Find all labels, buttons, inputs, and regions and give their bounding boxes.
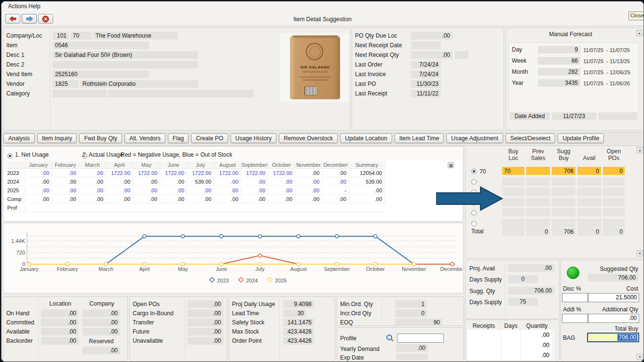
desc1-label: Desc 1 [6, 51, 24, 59]
usage-cell: .00 [25, 196, 52, 202]
action-button-remove-overstock[interactable]: Remove Overstock [279, 134, 338, 143]
company-field: 101 [53, 32, 69, 40]
menu-bar: Actions Help [1, 1, 644, 13]
total-avail: 0 [577, 228, 601, 236]
usage-cell: .00 [295, 179, 322, 185]
toolbar: Item Detail Suggestion [1, 12, 644, 26]
buy-row-radio[interactable] [471, 221, 477, 226]
disc-percent-input[interactable] [562, 293, 588, 302]
buy-table-row [502, 177, 625, 186]
action-button-update-profile[interactable]: Update Profile [558, 134, 604, 143]
buy-row-radio[interactable] [471, 169, 477, 174]
buy-table-cell [526, 198, 550, 206]
action-button-select-deselect[interactable]: Select/Deselect [506, 134, 555, 143]
forecast-week-field: 66 [538, 57, 580, 65]
svg-text:March: March [98, 266, 113, 272]
action-button-create-po[interactable]: Create PO [191, 134, 228, 143]
proj-daily-usage-label: Proj Daily Usage [232, 300, 275, 308]
usage-table-header: JanuaryFebruaryMarchAprilMayJuneJulyAugu… [5, 161, 385, 169]
buy-scroll-up-button[interactable]: ▲ [637, 147, 643, 153]
action-button-usage-history[interactable]: Usage History [231, 134, 276, 143]
buy-scroll-down-button[interactable]: ▼ [637, 250, 643, 256]
svg-text:May: May [178, 266, 188, 272]
usage-cell: .00 [349, 188, 385, 193]
last-po-label: Last PO [355, 80, 376, 88]
menu-help[interactable]: Help [28, 3, 41, 10]
action-button-analysis[interactable]: Analysis [3, 134, 35, 143]
usage-column-october: October [268, 162, 295, 168]
action-button-usage-adjustment[interactable]: Usage Adjustment [446, 134, 503, 143]
days-supply-label: Days Supply [469, 276, 502, 283]
buy-row-radio[interactable] [471, 179, 477, 185]
on-hand-label: On Hand [6, 309, 29, 317]
search-icon[interactable] [386, 334, 394, 342]
addl-percent-input[interactable] [562, 314, 588, 323]
usage-row-comp: Comp.00.00.00.00.00.00.00.00.00.00.00.00… [5, 195, 385, 203]
action-button-alt-vendors[interactable]: Alt. Vendors [124, 134, 165, 143]
action-button-bar: AnalysisItem InquiryFwd Buy QtyAlt. Vend… [3, 134, 604, 143]
planning-divider [279, 298, 280, 360]
svg-text:April: April [139, 266, 150, 272]
usage-cell: .00 [295, 170, 322, 176]
svg-text:June: June [216, 266, 227, 272]
forecast-year-field: 3435 [538, 79, 580, 87]
max-stock-label: Max Stock [232, 328, 259, 335]
unit-label: BAG [563, 334, 575, 342]
usage-cell: .00 [268, 196, 295, 202]
svg-text:720: 720 [16, 250, 25, 255]
forecast-month-to: - 12/06/25 [606, 68, 630, 76]
available-location-field: .00 [41, 328, 79, 335]
buy-table-cell [552, 198, 575, 206]
buy-table-cell [603, 208, 625, 216]
buy-table-cell [526, 167, 550, 175]
usage-cell: .00 [133, 188, 160, 193]
bag-brand-text: SIR GALAHAD [290, 65, 340, 69]
additional-qty-input[interactable]: .00 [588, 314, 639, 323]
usage-table-body: 2023.00.00.001722.001722.001722.001722.0… [5, 169, 385, 212]
forecast-scroll-up-button[interactable]: ▲ [636, 30, 643, 36]
last-invoice-field: 7/24/24 [411, 70, 441, 78]
page-scroll-down-button[interactable]: ▼ [637, 354, 643, 360]
buy-table-cell [526, 177, 550, 186]
usage-cell: .00 [52, 170, 79, 176]
total-sugg-buy: 706 [552, 228, 575, 236]
order-point-label: Order Point [232, 337, 261, 345]
usage-cell: .00 [52, 188, 79, 193]
usage-cell: .00 [160, 196, 187, 202]
net-usage-radio[interactable] [7, 153, 13, 159]
action-button-flag[interactable]: Flag [168, 134, 189, 143]
action-button-item-inquiry[interactable]: Item Inquiry [37, 134, 77, 143]
open-pos-column-header: OpenPOs [603, 148, 625, 161]
open-pos-label: Open POs [133, 300, 160, 308]
svg-text:2023: 2023 [217, 278, 229, 283]
svg-text:1.44K: 1.44K [11, 238, 25, 244]
receipts-header: Receipts Days Quantity [467, 322, 553, 330]
action-button-item-lead-time[interactable]: Item Lead Time [395, 134, 444, 143]
usage-cell: .00 [214, 179, 241, 185]
grid-export-icon[interactable]: ▦ [448, 162, 454, 168]
buy-total-row: 0 706 0 0 [502, 228, 625, 236]
svg-text:August: August [290, 266, 306, 272]
po-qty-due-loc-field: .00 [411, 32, 452, 40]
page-title: Item Detail Suggestion [1, 15, 644, 23]
suggested-qty-field: 706.00 [588, 274, 638, 282]
receipts-rows: .00.00.00 [467, 330, 553, 360]
usage-cell: .00 [25, 170, 52, 176]
cost-input[interactable]: 21.5000 [588, 293, 639, 302]
additional-qty-label: Additional Qty [582, 306, 638, 313]
action-button-fwd-buy-qty[interactable]: Fwd Buy Qty [79, 134, 122, 143]
flour-bag-image: SIR GALAHAD ARTISAN FLOUR [290, 35, 340, 99]
po-qty-due-loc-label: PO Qty Due Loc [355, 32, 397, 40]
committed-location-field: .00 [41, 319, 79, 326]
menu-actions[interactable]: Actions [8, 3, 27, 10]
total-buy-input[interactable]: 706.00 [587, 333, 639, 342]
action-button-update-location[interactable]: Update Location [340, 134, 392, 143]
sugg-buy-column-header: SuggBuy [552, 148, 575, 161]
profile-input[interactable] [397, 334, 444, 343]
usage-cell: .00 [322, 179, 349, 185]
transfer-label: Transfer [133, 319, 154, 326]
buy-table-row[interactable]: 7070600 [502, 167, 625, 175]
forecast-month-label: Month [512, 68, 528, 76]
date-added-aux-field [599, 112, 637, 120]
svg-text:January: January [19, 266, 39, 272]
